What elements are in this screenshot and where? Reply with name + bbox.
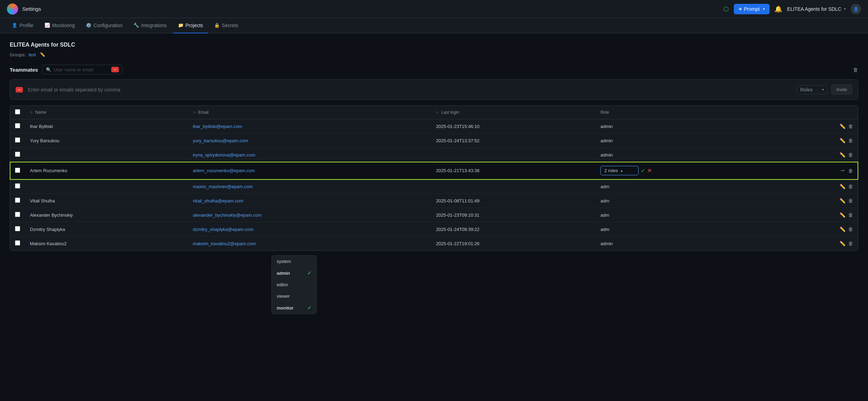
invite-badge: ··· [16,87,23,93]
nav-item-configuration[interactable]: ⚙️ Configuration [81,18,127,33]
row-checkbox[interactable] [15,137,20,143]
row-checkbox-cell [10,194,25,208]
row-checkbox-cell [10,119,25,134]
role-column-header: Role [595,106,785,119]
row-role: admin [595,148,785,162]
topbar: Settings ⬡ + Prompt ▾ 🔔 ELITEA Agents fo… [0,0,868,18]
plus-icon: + [739,6,742,12]
row-checkbox[interactable] [15,183,20,189]
row-delete-button[interactable]: 🗑 [848,138,853,143]
table-container: ⇅ Name ⇅ Email ⇅ Last login Role [10,105,858,251]
row-edit-button[interactable]: ✏️ [839,138,845,143]
prompt-button[interactable]: + Prompt ▾ [734,4,770,14]
row-actions-cell: ✏️🗑 [785,134,858,148]
search-icon: 🔍 [46,67,51,72]
dropdown-item-viewer[interactable]: viewer [272,290,316,302]
row-edit-button[interactable]: ✏️ [839,152,845,158]
row-email: maxim_mashnev@epam.com [188,179,431,194]
dropdown-item-editor[interactable]: editor [272,279,316,290]
nav-item-monitoring[interactable]: 📈 Monitoring [40,18,80,33]
row-checkbox[interactable] [15,240,20,246]
roles-dropdown[interactable]: Roles ▾ [796,85,828,94]
role-confirm-button[interactable]: ✓ [641,167,645,174]
nav-item-projects[interactable]: 📁 Projects [173,18,208,33]
delete-teammates-button[interactable]: 🗑 [853,67,858,73]
row-last-login: 2025-01-21T13:43:38 [431,162,595,179]
row-role: adm [595,194,785,208]
dropdown-item-system[interactable]: system [272,256,316,267]
nav-label-integrations: Integrations [141,23,167,28]
row-checkbox[interactable] [15,168,20,173]
page-title: ELITEA Agents for SDLC [10,42,858,48]
workspace-chevron-icon: ▾ [844,7,846,11]
app-logo [7,3,18,15]
nav-item-secrets[interactable]: 🔒 Secrets [209,18,243,33]
row-delete-button[interactable]: 🗑 [848,212,853,218]
role-selector-chevron-icon: ▲ [620,169,623,173]
row-edit-button[interactable]: ✏️ [839,198,845,203]
row-checkbox[interactable] [15,152,20,157]
row-delete-button[interactable]: 🗑 [848,168,853,174]
nav-item-profile[interactable]: 👤 Profile [7,18,38,33]
search-wrapper: 🔍 ··· [42,65,122,74]
edit-groups-button[interactable]: ✏️ [39,51,47,58]
row-edit-button[interactable]: ✏️ [839,212,845,218]
row-delete-button[interactable]: 🗑 [848,152,853,158]
row-edit-button[interactable]: ✏️ [839,123,845,129]
row-edit-button[interactable]: ✏️ [839,226,845,232]
projects-icon: 📁 [178,23,184,28]
row-checkbox[interactable] [15,226,20,231]
configuration-icon: ⚙️ [86,23,91,28]
row-role: 2 roles▲✓✕ [595,162,785,179]
invite-email-input[interactable] [28,87,793,93]
role-cancel-button[interactable]: ✕ [647,167,652,174]
row-delete-button[interactable]: 🗑 [848,123,853,129]
monitor-check-icon: ✓ [307,305,311,311]
role-selector-label: 2 roles [604,168,618,173]
nav-label-secrets: Secrets [222,23,238,28]
avatar[interactable]: 👤 [851,4,861,14]
row-role: adm [595,208,785,222]
row-delete-button[interactable]: 🗑 [848,226,853,232]
row-actions-cell: ✏️🗑 [785,179,858,194]
row-name: Dzmitry Shaplyka [25,222,188,236]
invite-button[interactable]: Invite [831,85,852,95]
table-row: iryna_spirydonova@epam.comadmin✏️🗑 [10,148,858,162]
row-delete-button[interactable]: 🗑 [848,241,853,246]
row-edit-button[interactable]: ✏️ [839,241,845,246]
row-edit-button[interactable]: ✏️ [839,184,845,189]
role-selector-dropdown[interactable]: 2 roles▲ [600,166,639,175]
nav-label-configuration: Configuration [94,23,122,28]
secondary-nav: 👤 Profile 📈 Monitoring ⚙️ Configuration … [0,18,868,33]
secrets-icon: 🔒 [214,23,220,28]
roles-chevron-icon: ▾ [822,88,824,91]
last-login-column-header[interactable]: ⇅ Last login [431,106,595,119]
workspace-name: ELITEA Agents for SDLC [787,6,841,12]
row-role: adm [595,179,785,194]
search-input[interactable] [54,67,109,72]
email-column-header[interactable]: ⇅ Email [188,106,431,119]
notifications-button[interactable]: 🔔 [774,5,782,13]
nav-item-integrations[interactable]: 🔧 Integrations [129,18,171,33]
row-delete-button[interactable]: 🗑 [848,184,853,189]
email-sort-icon: ⇅ [193,111,196,114]
row-checkbox[interactable] [15,123,20,128]
select-all-checkbox[interactable] [15,109,20,114]
table-row: Vitali Shulhavitali_shulha@epam.com2025-… [10,194,858,208]
dropdown-item-admin[interactable]: admin ✓ [272,267,316,279]
lastlogin-sort-icon: ⇅ [436,111,439,114]
row-delete-button[interactable]: 🗑 [848,198,853,203]
row-checkbox[interactable] [15,212,20,217]
row-last-login: 2025-01-23T15:46:10 [431,119,595,134]
row-name: Artem Rozumenko [25,162,188,179]
table-row: Yury Barsukouyury_barsukou@epam.com2025-… [10,134,858,148]
dropdown-viewer-label: viewer [277,294,290,299]
app-title: Settings [22,6,41,12]
row-checkbox[interactable] [15,198,20,203]
name-column-header[interactable]: ⇅ Name [25,106,188,119]
workspace-selector[interactable]: ELITEA Agents for SDLC ▾ [787,6,846,12]
select-all-header [10,106,25,119]
name-header-label: Name [35,110,46,115]
role-dropdown-menu: system admin ✓ editor viewer monitor ✓ [271,255,317,314]
dropdown-item-monitor[interactable]: monitor ✓ [272,302,316,314]
